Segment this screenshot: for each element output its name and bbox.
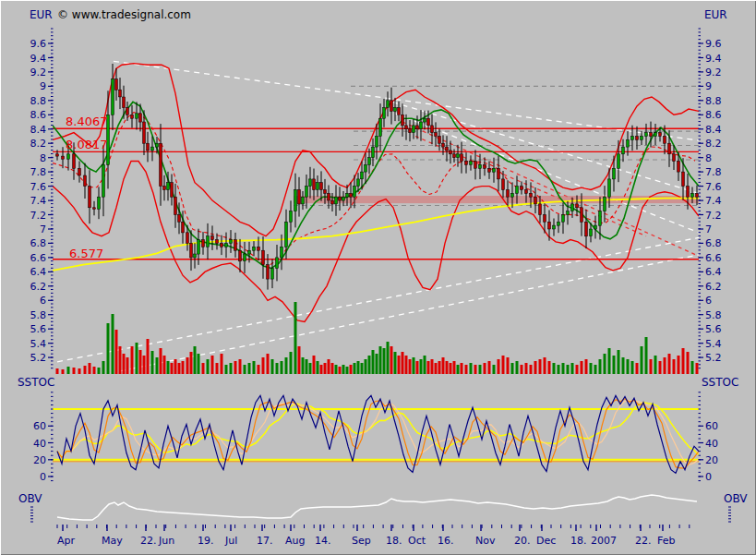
chart-canvas[interactable]: 9.69.69.49.49.29.2998.88.88.68.68.48.48.… xyxy=(0,0,756,555)
sstoc-panel-label-right: SSTOC xyxy=(702,377,738,388)
y-axis-label-right: 9.2 xyxy=(705,66,722,78)
obv-panel-label-right: OBV xyxy=(724,493,748,504)
y-axis-label-left: 6.4 xyxy=(30,266,47,278)
y-axis-label-right: 7.4 xyxy=(705,195,722,207)
x-axis-month-label: Apr xyxy=(57,535,76,547)
y-axis-label-left: 9.4 xyxy=(30,53,47,65)
sstoc-axis-label-left: 20 xyxy=(33,454,46,466)
y-axis-label-left: 5.4 xyxy=(30,338,47,350)
support-level-label: 6.577 xyxy=(69,247,103,259)
sstoc-axis-label-right: 40 xyxy=(705,438,718,450)
y-axis-label-right: 9.4 xyxy=(705,53,722,65)
y-axis-label-right: 7.6 xyxy=(705,181,722,193)
x-axis-month-label: 20. xyxy=(514,535,531,547)
price-axis-unit-left: EUR xyxy=(30,9,53,20)
y-axis-label-left: 7.2 xyxy=(30,210,47,222)
y-axis-label-right: 6 xyxy=(705,295,712,307)
resistance-level-label-2: 8.0817 xyxy=(66,139,108,151)
y-axis-label-left: 6.6 xyxy=(30,252,47,264)
x-axis-month-label: Dec xyxy=(536,535,556,547)
sstoc-axis-label-right: 20 xyxy=(705,454,718,466)
y-axis-label-right: 5.4 xyxy=(705,338,722,350)
y-axis-label-left: 5.8 xyxy=(30,309,47,321)
sstoc-axis-label-left: 60 xyxy=(33,420,46,432)
y-axis-label-right: 8.6 xyxy=(705,109,722,121)
y-axis-label-left: 9.2 xyxy=(30,66,47,78)
y-axis-label-left: 9 xyxy=(40,80,46,92)
y-axis-label-left: 8.4 xyxy=(30,124,47,136)
y-axis-label-right: 6.6 xyxy=(705,252,722,264)
y-axis-label-right: 8 xyxy=(705,152,712,164)
y-axis-label-left: 8.2 xyxy=(30,138,47,150)
y-axis-label-right: 6.8 xyxy=(705,237,722,249)
y-axis-label-right: 8.8 xyxy=(705,95,722,107)
sstoc-axis-label-left: 0 xyxy=(40,471,46,483)
sstoc-axis-label-right: 60 xyxy=(705,420,718,432)
y-axis-label-left: 7.8 xyxy=(30,166,47,178)
x-axis-month-label: 16. xyxy=(438,535,454,547)
copyright-text: © www.tradesignal.com xyxy=(57,9,191,20)
x-axis-month-label: May xyxy=(102,535,123,547)
y-axis-label-right: 6.2 xyxy=(705,281,722,293)
x-axis-month-label: 2007 xyxy=(591,535,617,547)
x-axis-month-label: Feb xyxy=(657,535,675,547)
y-axis-label-right: 5.8 xyxy=(705,309,722,321)
chart-plot-area[interactable] xyxy=(53,24,699,532)
x-axis-month-label: 22. xyxy=(635,535,652,547)
y-axis-label-left: 6.2 xyxy=(30,281,47,293)
x-axis-month-label: Aug xyxy=(285,535,305,547)
y-axis-label-right: 9 xyxy=(705,80,712,92)
y-axis-label-right: 9.6 xyxy=(705,38,722,50)
x-axis-month-label: 19. xyxy=(198,535,214,547)
x-axis-month-label: Oct xyxy=(408,535,426,547)
y-axis-label-left: 8.6 xyxy=(30,109,47,121)
y-axis-label-left: 6 xyxy=(40,295,46,307)
y-axis-label-left: 8.8 xyxy=(30,95,47,107)
obv-panel-label-left: OBV xyxy=(18,493,42,504)
x-axis-month-label: 17. xyxy=(257,535,273,547)
y-axis-label-right: 8.2 xyxy=(705,138,722,150)
y-axis-label-right: 5.6 xyxy=(705,323,722,335)
resistance-level-label-1: 8.4067 xyxy=(66,115,108,127)
x-axis-month-label: Sep xyxy=(352,535,371,547)
y-axis-label-left: 9.6 xyxy=(30,38,47,50)
y-axis-label-left: 7.4 xyxy=(30,195,47,207)
sstoc-axis-label-left: 40 xyxy=(33,438,46,450)
y-axis-label-right: 5.2 xyxy=(705,352,722,364)
y-axis-label-right: 7.8 xyxy=(705,166,722,178)
x-axis-month-label: Jun xyxy=(158,535,174,547)
y-axis-label-left: 5.6 xyxy=(30,323,47,335)
price-axis-unit-right: EUR xyxy=(704,9,727,20)
sstoc-axis-label-right: 0 xyxy=(705,471,712,483)
y-axis-label-left: 7.6 xyxy=(30,181,47,193)
y-axis-label-left: 6.8 xyxy=(30,237,47,249)
y-axis-label-right: 8.4 xyxy=(705,124,722,136)
y-axis-label-left: 8 xyxy=(40,152,46,164)
y-axis-label-left: 5.2 xyxy=(30,352,47,364)
x-axis-month-label: 22. xyxy=(140,535,157,547)
y-axis-label-left: 7 xyxy=(40,223,46,235)
x-axis-month-label: 18. xyxy=(570,535,587,547)
sstoc-panel-label-left: SSTOC xyxy=(18,377,54,388)
y-axis-label-right: 6.4 xyxy=(705,266,722,278)
y-axis-label-right: 7 xyxy=(705,223,712,235)
y-axis-label-right: 7.2 xyxy=(705,210,722,222)
x-axis-month-label: Nov xyxy=(475,535,496,547)
x-axis-month-label: 18. xyxy=(386,535,402,547)
x-axis-month-label: 14. xyxy=(315,535,331,547)
x-axis-month-label: Jul xyxy=(224,535,237,547)
tradesignal-chart-window: 9.69.69.49.49.29.2998.88.88.68.68.48.48.… xyxy=(0,0,756,555)
